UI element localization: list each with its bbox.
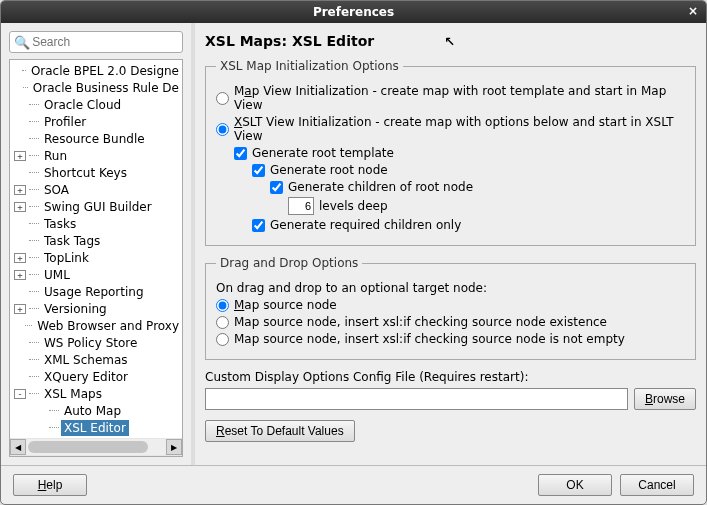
tree-item[interactable]: Resource Bundle: [10, 130, 182, 147]
tree-spacer: [14, 168, 26, 178]
tree-item[interactable]: -XSL Maps: [10, 385, 182, 402]
tree-item[interactable]: Usage Reporting: [10, 283, 182, 300]
tree-spacer: [14, 134, 26, 144]
button-bar: Help OK Cancel: [1, 465, 706, 504]
expand-icon[interactable]: +: [14, 185, 26, 195]
tree-item[interactable]: Web Browser and Proxy: [10, 317, 182, 334]
drag-drop-legend: Drag and Drop Options: [216, 256, 362, 270]
tree-item-label: Profiler: [41, 114, 89, 130]
xslt-view-label[interactable]: XSLT View Initialization - create map wi…: [234, 115, 685, 143]
map-view-label[interactable]: Map View Initialization - create map wit…: [234, 84, 685, 112]
tree-item-label: UML: [41, 267, 73, 283]
gen-required-checkbox[interactable]: [252, 219, 265, 232]
map-source-exist-radio[interactable]: [216, 316, 229, 329]
tree-item-label: Task Tags: [41, 233, 103, 249]
tree-spacer: [14, 372, 26, 382]
tree-item[interactable]: Oracle BPEL 2.0 Designe: [10, 62, 182, 79]
tree-item[interactable]: +Versioning: [10, 300, 182, 317]
tree-item[interactable]: +UML: [10, 266, 182, 283]
expand-icon[interactable]: +: [14, 151, 26, 161]
gen-children-label[interactable]: Generate children of root node: [288, 180, 473, 194]
tree-item[interactable]: +SOA: [10, 181, 182, 198]
map-source-exist-label[interactable]: Map source node, insert xsl:if checking …: [234, 315, 607, 329]
drag-drop-intro: On drag and drop to an optional target n…: [216, 281, 487, 295]
gen-children-checkbox[interactable]: [270, 181, 283, 194]
gen-root-template-checkbox[interactable]: [234, 147, 247, 160]
gen-root-node-checkbox[interactable]: [252, 164, 265, 177]
browse-button[interactable]: Browse: [634, 388, 696, 410]
category-tree[interactable]: Oracle BPEL 2.0 DesigneOracle Business R…: [9, 59, 183, 457]
map-source-notempty-label[interactable]: Map source node, insert xsl:if checking …: [234, 332, 625, 346]
tree-item-label: WS Policy Store: [41, 335, 140, 351]
tree-item[interactable]: XSL Editor: [10, 419, 182, 436]
window-title: Preferences: [313, 5, 394, 19]
tree-item-label: Shortcut Keys: [41, 165, 130, 181]
tree-spacer: [34, 406, 46, 416]
search-input[interactable]: [30, 34, 178, 50]
tree-spacer: [14, 338, 26, 348]
search-field[interactable]: 🔍: [9, 31, 183, 53]
scrollbar-thumb[interactable]: [28, 441, 148, 453]
init-options-legend: XSL Map Initialization Options: [216, 59, 403, 73]
map-source-radio[interactable]: [216, 299, 229, 312]
tree-item[interactable]: Oracle Cloud: [10, 96, 182, 113]
scroll-left-icon[interactable]: ◀: [10, 439, 26, 455]
tree-item[interactable]: XML Schemas: [10, 351, 182, 368]
tree-item[interactable]: +TopLink: [10, 249, 182, 266]
tree-spacer: [14, 66, 19, 76]
tree-item[interactable]: Task Tags: [10, 232, 182, 249]
horizontal-scrollbar[interactable]: ◀ ▶: [10, 438, 182, 456]
tree-item[interactable]: +Swing GUI Builder: [10, 198, 182, 215]
tree-spacer: [14, 117, 26, 127]
xslt-view-radio[interactable]: [216, 123, 229, 136]
title-bar: Preferences ×: [1, 1, 706, 23]
ok-button[interactable]: OK: [538, 474, 612, 496]
map-source-notempty-radio[interactable]: [216, 333, 229, 346]
tree-item-label: Oracle Business Rule De: [30, 80, 182, 96]
search-icon: 🔍: [14, 35, 30, 50]
expand-icon[interactable]: +: [14, 304, 26, 314]
tree-item-label: Resource Bundle: [41, 131, 148, 147]
map-view-radio[interactable]: [216, 92, 229, 105]
config-file-input[interactable]: [205, 388, 628, 410]
tree-item-label: TopLink: [41, 250, 92, 266]
expand-icon[interactable]: +: [14, 253, 26, 263]
tree-item[interactable]: Tasks: [10, 215, 182, 232]
main-panel: XSL Maps: XSL Editor ↖ XSL Map Initializ…: [195, 23, 706, 465]
expand-icon[interactable]: +: [14, 270, 26, 280]
collapse-icon[interactable]: -: [14, 389, 26, 399]
tree-item-label: Versioning: [41, 301, 110, 317]
tree-item-label: XML Schemas: [41, 352, 131, 368]
tree-item[interactable]: Oracle Business Rule De: [10, 79, 182, 96]
tree-item[interactable]: WS Policy Store: [10, 334, 182, 351]
gen-root-node-label[interactable]: Generate root node: [270, 163, 388, 177]
gen-required-label[interactable]: Generate required children only: [270, 218, 461, 232]
close-icon[interactable]: ×: [688, 4, 698, 18]
tree-spacer: [14, 321, 22, 331]
page-title: XSL Maps: XSL Editor ↖: [205, 33, 696, 49]
tree-item-label: Oracle Cloud: [41, 97, 124, 113]
tree-item-label: Web Browser and Proxy: [34, 318, 182, 334]
tree-item[interactable]: Auto Map: [10, 402, 182, 419]
gen-root-template-label[interactable]: Generate root template: [252, 146, 394, 160]
tree-item-label: Swing GUI Builder: [41, 199, 155, 215]
tree-item[interactable]: Profiler: [10, 113, 182, 130]
tree-spacer: [14, 236, 26, 246]
cancel-button[interactable]: Cancel: [620, 474, 694, 496]
tree-item[interactable]: XQuery Editor: [10, 368, 182, 385]
expand-icon[interactable]: +: [14, 202, 26, 212]
scroll-right-icon[interactable]: ▶: [166, 439, 182, 455]
help-button[interactable]: Help: [13, 474, 87, 496]
map-source-label[interactable]: Map source node: [234, 298, 337, 312]
levels-deep-input[interactable]: [288, 197, 314, 215]
tree-item[interactable]: Shortcut Keys: [10, 164, 182, 181]
tree-item-label: Auto Map: [61, 403, 124, 419]
init-options-group: XSL Map Initialization Options Map View …: [205, 59, 696, 246]
reset-defaults-button[interactable]: Reset To Default Values: [205, 420, 355, 442]
sidebar: 🔍 Oracle BPEL 2.0 DesigneOracle Business…: [1, 23, 191, 465]
levels-deep-label: levels deep: [319, 199, 388, 213]
tree-spacer: [34, 423, 46, 433]
tree-item[interactable]: +Run: [10, 147, 182, 164]
cursor-icon: ↖: [444, 34, 455, 49]
tree-spacer: [14, 287, 26, 297]
